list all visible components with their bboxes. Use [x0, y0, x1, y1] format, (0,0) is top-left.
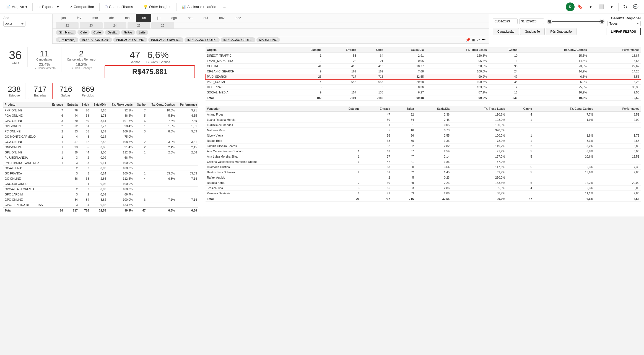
- month-tab-jan[interactable]: jan: [56, 14, 71, 22]
- week-tab-23[interactable]: 23: [80, 22, 102, 28]
- category-chip[interactable]: Gestão: [105, 30, 120, 35]
- pin-filter-button[interactable]: 📌: [466, 38, 470, 42]
- insights-button[interactable]: 💡 Obter insights: [141, 3, 174, 10]
- table-row[interactable]: GC-ALFENAS220,09100,0%: [3, 166, 198, 171]
- table-row[interactable]: Rafael Brito38301,3678,9%13,3%2,63: [206, 138, 641, 143]
- more-button[interactable]: ...: [220, 3, 229, 10]
- subcategory-chip[interactable]: MARKETING: [256, 37, 280, 42]
- table-row[interactable]: GC-ONLINE56632,86112,5%46,3%7,14: [3, 176, 198, 181]
- expand-filter-button[interactable]: ⤢: [477, 38, 480, 42]
- week-tab-24[interactable]: 24: [104, 22, 126, 28]
- category-chip[interactable]: Café: [77, 30, 89, 35]
- week-tab-22[interactable]: 22: [56, 22, 79, 28]
- table-row[interactable]: Vanessa De Assis671632,8688,7%11,1%9,86: [206, 191, 641, 196]
- month-tab-mai[interactable]: mai: [120, 14, 136, 22]
- month-tab-jun[interactable]: jun: [136, 14, 151, 22]
- table-row[interactable]: Nicoly Vieira56562,55100,0%11,8%1,79: [206, 133, 641, 138]
- subcategory-chip[interactable]: INDICACAO-EQUIPE: [185, 37, 219, 42]
- table-row[interactable]: OFFLINE4141941318,7798,6%9523,0%22,67: [206, 64, 641, 69]
- exportar-button[interactable]: ↦ Exportar ▾: [35, 3, 62, 10]
- category-chip[interactable]: Leite: [136, 30, 148, 35]
- subcategory-chip[interactable]: INDICACAO-DIVER...: [148, 37, 184, 42]
- comment-button[interactable]: 💬: [631, 2, 641, 12]
- table-row[interactable]: GPE-ONLINE262612,7798,4%11,6%1,61: [3, 124, 198, 129]
- category-chip[interactable]: Corte: [91, 30, 104, 35]
- table-row[interactable]: PC-ONLINE233351,59106,1%38,6%9,09: [3, 129, 198, 134]
- table-row[interactable]: GPC-JARDIM320,0966,7%: [3, 192, 198, 197]
- user-avatar[interactable]: R: [566, 2, 575, 11]
- year-select[interactable]: 2023: [3, 21, 25, 27]
- month-tab-out[interactable]: out: [198, 14, 214, 22]
- table-row[interactable]: SOCIAL_MEDIA91571386,2787,9%1510,9%9,55: [206, 90, 641, 95]
- table-row[interactable]: PGA-ONLINE644381,7386,4%55,3%4,55: [3, 113, 198, 118]
- table-row[interactable]: GPC-ALTA FLORESTA220,09100,0%: [3, 187, 198, 192]
- clear-filters-button[interactable]: LIMPAR FILTROS: [606, 28, 641, 35]
- table-row[interactable]: GGA-ONLINE157622,82108,8%23,2%3,51: [3, 139, 198, 145]
- table-row[interactable]: ORGANIC_SEARCH91691697,68100,0%2414,2%14…: [206, 69, 641, 74]
- compartilhar-button[interactable]: ↗ Compartilhar: [66, 3, 97, 10]
- table-row[interactable]: Beatriz Lima Sobreira251321,4562,7%515,6…: [206, 170, 641, 175]
- table-row[interactable]: DIRECT_TRAFFIC153642,91120,8%1015,6%18,8…: [206, 53, 641, 58]
- week-tab-26[interactable]: 26: [151, 22, 174, 28]
- table-row[interactable]: Cristina Vasconcelos Marcelino Duarte147…: [206, 159, 641, 165]
- table-row[interactable]: Rafael Águido250,23250,0%: [206, 175, 641, 180]
- table-row[interactable]: GC-MONTE CARMELO1430,1475,0%: [3, 134, 198, 139]
- table-row[interactable]: Ariany Froes47522,36110,6%47,7%8,51: [206, 112, 641, 117]
- bookmark-button[interactable]: 🔖: [575, 2, 585, 12]
- month-tab-nov[interactable]: nov: [214, 14, 230, 22]
- chat-teams-button[interactable]: ⬡ Chat no Teams: [102, 3, 136, 10]
- month-tab-ago[interactable]: ago: [166, 14, 182, 22]
- table-row[interactable]: GPG-ONLINE379803,64101,3%67,5%7,59: [3, 118, 198, 124]
- table-row[interactable]: REFERRALS6880,36133,3%225,0%33,33: [206, 85, 641, 90]
- table-row[interactable]: EMAIL_MARKETING222210,9595,5%314,3%13,64: [206, 58, 641, 64]
- month-tab-fev[interactable]: fev: [71, 14, 87, 22]
- date-end-input[interactable]: [519, 19, 544, 24]
- month-tab-mar[interactable]: mar: [87, 14, 104, 22]
- table-row[interactable]: GNC-SALVADOR110,05100,0%: [3, 181, 198, 187]
- bookmark-chevron[interactable]: ▾: [586, 2, 596, 12]
- month-tab-dez[interactable]: dez: [230, 14, 246, 22]
- month-tab-set[interactable]: set: [182, 14, 198, 22]
- table-row[interactable]: Rafaela Abreu230492,23163,3%612,2%20,00: [206, 180, 641, 186]
- edu-tab-graduação[interactable]: Graduação: [520, 28, 544, 35]
- month-tab-jul[interactable]: jul: [151, 14, 166, 22]
- table-row[interactable]: Matheus Reis5160,73320,0%: [206, 128, 641, 133]
- table-row[interactable]: PNL-HIBRIDO-VARGINHA1330,14100,0%: [3, 160, 198, 166]
- more-filter-button[interactable]: •••: [482, 38, 485, 42]
- table-row[interactable]: GC-FRANCA330,14100,0%133,3%33,33: [3, 171, 198, 176]
- category-chip[interactable]: (Em bran...: [56, 30, 76, 35]
- table-row[interactable]: GNP-ONLINE193853,8691,4%22,4%2,15: [3, 145, 198, 150]
- date-start-input[interactable]: [493, 19, 518, 24]
- subcategory-chip[interactable]: ACOES-PONTUAIS: [79, 37, 112, 42]
- subcategory-chip[interactable]: INDICACAO-GERE...: [221, 37, 255, 42]
- date-slider[interactable]: [547, 19, 604, 24]
- table-row[interactable]: Ludimila de Mendes110,05100,0%: [206, 122, 641, 128]
- subcategory-chip[interactable]: INDICACAO-ALUNO: [113, 37, 147, 42]
- table-row[interactable]: Jéssica Tina366632,8695,5%46,3%6,06: [206, 186, 641, 191]
- table-row[interactable]: Ana Cecilia Soares Coutinho162572,5991,9…: [206, 149, 641, 154]
- edu-tab-pós-graduação[interactable]: Pós-Graduação: [546, 28, 577, 35]
- table-row[interactable]: Luana Rafaela Morais50542,45108,0%11,9%2…: [206, 117, 641, 122]
- table-row[interactable]: PAID_SOCIAL1464865329,68100,8%345,2%5,25: [206, 79, 641, 85]
- table-row[interactable]: GPC-TEIXEIRA DE FREITAS340,18133,3%: [3, 202, 198, 208]
- table-row[interactable]: FNP-ONLINE776703,1892,1%710,0%9,21: [3, 108, 198, 113]
- table-row[interactable]: Ana Luiza Moreira Silva137472,14127,0%51…: [206, 154, 641, 159]
- table-row[interactable]: GPL-ONLINE139442,00112,8%12,3%2,56: [3, 150, 198, 155]
- grid-filter-button[interactable]: ⊞: [472, 38, 475, 42]
- month-tab-abr[interactable]: abr: [104, 14, 120, 22]
- category-chip[interactable]: Grãos: [121, 30, 135, 35]
- window-chevron[interactable]: ▾: [607, 2, 617, 12]
- table-row[interactable]: PL-UBERLANDIA1320,0966,7%: [3, 155, 198, 160]
- week-tab-25[interactable]: 25: [128, 22, 150, 28]
- table-row[interactable]: Tamiris Oliveira Soares52622,82119,2%23,…: [206, 143, 641, 149]
- table-row[interactable]: Hilamária Cristina68803,64117,6%56,3%7,3…: [206, 165, 641, 170]
- regional-select[interactable]: Todos: [607, 21, 641, 26]
- refresh-button[interactable]: ↻: [620, 2, 630, 12]
- subcategory-chip[interactable]: (Em branco): [56, 37, 78, 42]
- edu-tab-capacitação[interactable]: Capacitação: [493, 28, 519, 35]
- window-button[interactable]: ⬜: [596, 2, 606, 12]
- table-row[interactable]: GPC-ONLINE84843,82100,0%67,1%7,14: [3, 197, 198, 202]
- table-row[interactable]: PAID_SEARCH2671771632,5599,9%476,6%6,56: [206, 74, 641, 79]
- assinar-button[interactable]: 📊 Assinar o relatório: [179, 3, 219, 10]
- arquivo-button[interactable]: 📄 Arquivo ▾: [3, 3, 30, 10]
